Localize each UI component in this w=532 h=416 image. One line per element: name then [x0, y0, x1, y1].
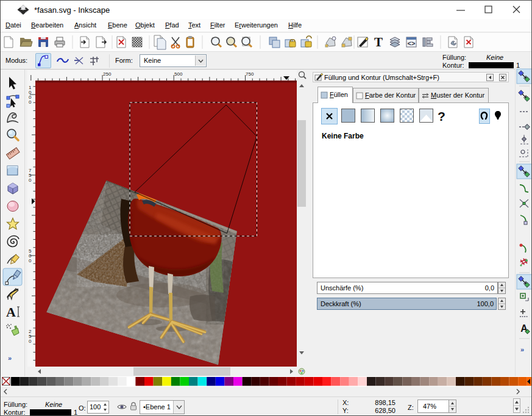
svg-text:0: 0: [29, 258, 32, 264]
svg-text:?: ?: [438, 109, 445, 123]
svg-text:500: 500: [174, 71, 183, 77]
svg-text:T: T: [374, 35, 383, 49]
svg-text:A: A: [6, 304, 16, 320]
svg-text:250: 250: [103, 71, 112, 77]
svg-text:<>: <>: [408, 40, 416, 47]
svg-text:»: »: [520, 346, 524, 353]
svg-text:0: 0: [29, 178, 32, 183]
svg-text:0: 0: [29, 99, 32, 105]
svg-text:750: 750: [246, 71, 254, 77]
svg-text:»: »: [8, 354, 12, 362]
svg-text:0: 0: [29, 339, 32, 344]
